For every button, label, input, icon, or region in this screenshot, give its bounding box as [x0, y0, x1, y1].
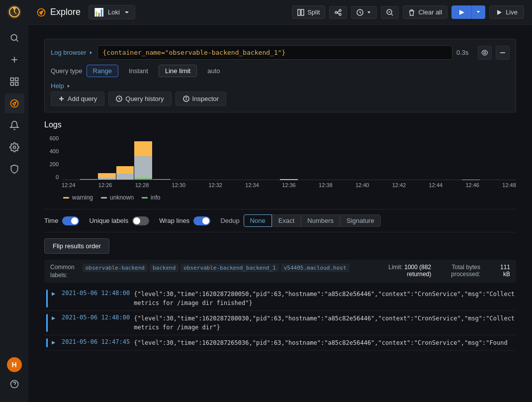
sidebar-item-explore[interactable] — [4, 94, 24, 113]
query-history-label: Query history — [125, 95, 164, 102]
svg-point-15 — [13, 146, 15, 149]
chart-x-labels: 12:24 12:26 12:28 12:30 12:32 12:34 12:3… — [62, 182, 516, 188]
log-row[interactable]: ▶ 2021-05-06 12:48:00 {"level":30,"time"… — [44, 311, 516, 335]
zoom-out-icon — [386, 9, 393, 16]
datasource-selector[interactable]: 📊 Loki — [89, 5, 135, 19]
log-row[interactable]: ▶ 2021-05-06 12:47:45 {"level":30,"time"… — [44, 335, 516, 351]
total-bytes-stat: Total bytesprocessed: — [451, 264, 480, 278]
add-query-button[interactable]: Add query — [51, 92, 104, 106]
common-labels-label: Common — [50, 264, 75, 271]
y-label-600: 600 — [44, 135, 59, 141]
unique-labels-toggle[interactable] — [132, 216, 149, 225]
run-button[interactable] — [451, 5, 471, 19]
chart-bars — [62, 135, 516, 180]
minus-icon — [499, 49, 506, 56]
query-type-auto[interactable]: auto — [201, 65, 226, 77]
time-control: Time — [44, 216, 79, 225]
sidebar-item-search[interactable] — [4, 28, 24, 48]
sidebar-item-help[interactable] — [4, 374, 24, 394]
query-type-row: Query type Range Instant Line limit auto — [51, 65, 510, 77]
query-input[interactable] — [97, 45, 452, 60]
play-icon — [496, 9, 503, 16]
avatar[interactable]: H — [7, 357, 22, 372]
time-toggle[interactable] — [62, 216, 79, 225]
svg-rect-12 — [15, 83, 18, 86]
sidebar-item-shield[interactable] — [4, 159, 24, 179]
flip-results-button[interactable]: Flip results order — [44, 238, 109, 254]
expand-icon[interactable]: ▶ — [52, 314, 58, 321]
expand-icon[interactable]: ▶ — [52, 338, 58, 346]
sidebar-item-add[interactable] — [4, 50, 24, 70]
svg-line-26 — [337, 12, 339, 14]
query-type-line-limit[interactable]: Line limit — [159, 65, 197, 77]
query-type-range[interactable]: Range — [87, 65, 118, 77]
run-dropdown-button[interactable] — [471, 5, 485, 19]
live-label: Live — [506, 8, 518, 16]
legend-warning-dot — [63, 197, 69, 199]
svg-rect-9 — [10, 78, 13, 81]
log-row[interactable]: ▶ 2021-05-06 12:48:00 {"level":30,"time"… — [44, 287, 516, 311]
wrap-lines-toggle[interactable] — [193, 216, 210, 225]
legend-unknown-dot — [101, 197, 107, 199]
grafana-logo[interactable] — [6, 4, 22, 20]
legend-unknown: unknown — [101, 194, 134, 201]
history-icon — [116, 96, 122, 102]
split-icon — [297, 9, 304, 16]
dedup-exact[interactable]: Exact — [272, 214, 301, 227]
query-section: Log browser 0.3s Query type Range Instan… — [44, 39, 516, 112]
time-picker-button[interactable] — [351, 6, 377, 19]
inspector-button[interactable]: Inspector — [176, 92, 226, 106]
dedup-none[interactable]: None — [244, 214, 272, 227]
query-type-label: Query type — [51, 67, 83, 75]
add-query-label: Add query — [68, 95, 97, 102]
log-browser-button[interactable]: Log browser — [51, 49, 93, 56]
dedup-buttons: None Exact Numbers Signature — [244, 214, 381, 227]
dedup-numbers[interactable]: Numbers — [301, 214, 340, 227]
dedup-control: Dedup None Exact Numbers Signature — [220, 214, 380, 227]
clock-icon — [356, 9, 363, 16]
live-button[interactable]: Live — [489, 5, 524, 19]
share-button[interactable] — [329, 6, 347, 19]
log-time: 2021-05-06 12:48:00 — [62, 314, 130, 321]
log-bar — [46, 338, 48, 347]
query-type-instant[interactable]: Instant — [122, 65, 155, 77]
wrap-lines-label: Wrap lines — [159, 217, 189, 224]
y-label-400: 400 — [44, 148, 59, 154]
clear-all-button[interactable]: Clear all — [403, 5, 447, 19]
dedup-signature[interactable]: Signature — [340, 214, 381, 227]
svg-line-30 — [391, 14, 393, 15]
inspector-label: Inspector — [192, 95, 219, 102]
split-label: Split — [307, 8, 320, 16]
log-message: {"level":30,"time":1620287280030,"pid":6… — [134, 314, 515, 332]
query-actions: Add query Query history Inspector — [51, 92, 510, 106]
flip-results-container: Flip results order — [44, 238, 516, 254]
query-history-button[interactable]: Query history — [108, 92, 171, 106]
limit-label: Limit: — [388, 264, 404, 271]
clear-all-label: Clear all — [418, 8, 442, 16]
unique-labels-control: Unique labels — [89, 216, 149, 225]
svg-point-22 — [339, 9, 341, 11]
log-bar — [46, 314, 48, 332]
common-labels-stats: Limit: 1000 (882returned) Total bytespro… — [388, 264, 510, 278]
chevron-right-icon — [66, 84, 71, 89]
split-button[interactable]: Split — [292, 5, 325, 19]
log-bar — [46, 290, 48, 307]
limit-stat: Limit: 1000 (882returned) — [388, 264, 431, 278]
top-toolbar: Explore 📊 Loki Split Clear all Live — [28, 0, 532, 25]
sidebar-item-settings[interactable] — [4, 137, 24, 157]
log-message: {"level":30,"time":1620287265036,"pid":6… — [134, 338, 507, 347]
help-button[interactable]: Help — [51, 82, 71, 90]
unique-labels-label: Unique labels — [89, 217, 128, 224]
svg-rect-21 — [301, 9, 304, 15]
svg-point-38 — [186, 98, 186, 98]
query-remove-button[interactable] — [496, 46, 510, 60]
sidebar-item-dashboards[interactable] — [4, 72, 24, 92]
expand-icon[interactable]: ▶ — [52, 290, 58, 297]
query-eye-button[interactable] — [478, 46, 492, 60]
sidebar-item-alerts[interactable] — [4, 115, 24, 135]
sidebar-bottom: H — [4, 357, 24, 402]
zoom-out-button[interactable] — [381, 6, 399, 19]
compass-icon — [36, 7, 46, 17]
time-label: Time — [44, 217, 58, 224]
chevron-down-icon — [366, 10, 371, 15]
